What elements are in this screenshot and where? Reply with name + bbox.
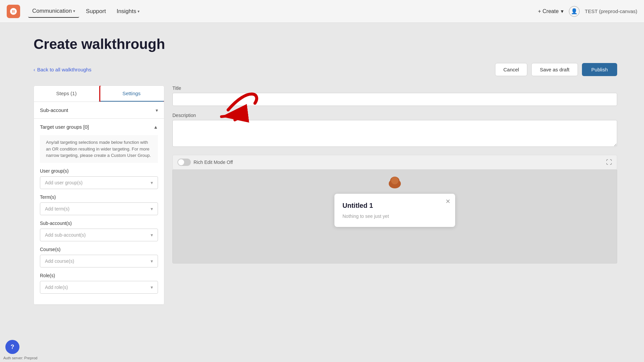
preview-area: Untitled 1 Nothing to see just yet ✕ bbox=[172, 170, 617, 263]
rich-edit-toggle-group: Rich Edit Mode Off bbox=[177, 159, 233, 166]
action-buttons: Cancel Save as draft Publish bbox=[495, 63, 617, 76]
sub-account-chevron-icon: ▾ bbox=[156, 108, 158, 113]
tabs-container: Steps (1) Settings bbox=[34, 85, 164, 102]
user-groups-chevron-icon: ▾ bbox=[151, 180, 153, 185]
target-groups-chevron-icon: ▲ bbox=[153, 124, 158, 130]
rich-edit-label: Rich Edit Mode Off bbox=[194, 160, 233, 165]
tab-steps[interactable]: Steps (1) bbox=[34, 86, 99, 102]
auth-label: Auth server: Preprod bbox=[3, 356, 38, 360]
target-groups-accordion: Target user groups [0] ▲ Any/all targeti… bbox=[34, 119, 164, 305]
roles-select[interactable]: Add role(s) ▾ bbox=[40, 281, 158, 294]
preview-card-close-icon[interactable]: ✕ bbox=[445, 198, 450, 205]
courses-chevron-icon: ▾ bbox=[151, 258, 153, 264]
sub-accounts-label: Sub-account(s) bbox=[40, 221, 158, 226]
publish-button[interactable]: Publish bbox=[582, 63, 617, 76]
user-groups-label: User group(s) bbox=[40, 168, 158, 174]
courses-filter: Course(s) Add course(s) ▾ bbox=[40, 247, 158, 267]
user-groups-filter: User group(s) Add user group(s) ▾ bbox=[40, 168, 158, 189]
tab-settings[interactable]: Settings bbox=[99, 86, 164, 102]
sub-account-accordion: Sub-account ▾ bbox=[34, 102, 164, 119]
right-panel: Title Description Rich Edit Mode Off ⛶ bbox=[172, 85, 617, 305]
courses-label: Course(s) bbox=[40, 247, 158, 252]
back-link[interactable]: ‹ Back to all walkthroughs bbox=[34, 67, 91, 72]
left-panel: Steps (1) Settings Sub-account ▾ bbox=[34, 85, 164, 305]
title-input[interactable] bbox=[172, 93, 617, 106]
preview-card-title: Untitled 1 bbox=[342, 202, 447, 209]
svg-point-2 bbox=[391, 177, 398, 184]
description-label: Description bbox=[172, 113, 617, 118]
courses-select[interactable]: Add course(s) ▾ bbox=[40, 255, 158, 267]
targeting-note: Any/all targeting selections made below … bbox=[40, 135, 158, 163]
preview-card-body: Nothing to see just yet bbox=[342, 214, 447, 219]
create-button[interactable]: + Create ▾ bbox=[538, 8, 564, 14]
nav-insights[interactable]: Insights ▾ bbox=[113, 5, 144, 17]
terms-filter: Term(s) Add term(s) ▾ bbox=[40, 194, 158, 215]
navbar: Communication ▾ Support Insights ▾ + Cre… bbox=[0, 0, 644, 23]
sub-accounts-select[interactable]: Add sub-account(s) ▾ bbox=[40, 229, 158, 241]
back-chevron-icon: ‹ bbox=[34, 67, 35, 72]
title-field: Title bbox=[172, 85, 617, 106]
app-logo[interactable] bbox=[7, 5, 20, 18]
settings-body: Sub-account ▾ Target user groups [0] ▲ A… bbox=[34, 102, 164, 305]
help-button[interactable]: ? bbox=[5, 340, 19, 354]
nav-communication[interactable]: Communication ▾ bbox=[28, 5, 79, 18]
top-bar: ‹ Back to all walkthroughs Cancel Save a… bbox=[34, 63, 617, 76]
terms-select[interactable]: Add term(s) ▾ bbox=[40, 202, 158, 215]
roles-label: Role(s) bbox=[40, 273, 158, 278]
user-groups-select[interactable]: Add user group(s) ▾ bbox=[40, 176, 158, 189]
description-input[interactable] bbox=[172, 120, 617, 147]
expand-icon[interactable]: ⛶ bbox=[606, 159, 612, 166]
nav-support[interactable]: Support bbox=[82, 5, 110, 17]
content-layout: Steps (1) Settings Sub-account ▾ bbox=[34, 85, 617, 305]
target-groups-expanded: Any/all targeting selections made below … bbox=[34, 135, 164, 304]
roles-chevron-icon: ▾ bbox=[151, 285, 153, 290]
save-draft-button[interactable]: Save as draft bbox=[531, 63, 578, 76]
sub-accounts-chevron-icon: ▾ bbox=[151, 232, 153, 238]
sub-account-header[interactable]: Sub-account ▾ bbox=[34, 102, 164, 118]
title-label: Title bbox=[172, 85, 617, 91]
communication-chevron-icon: ▾ bbox=[73, 9, 75, 13]
terms-label: Term(s) bbox=[40, 194, 158, 200]
tenant-label: TEST (preprod-canvas) bbox=[585, 8, 637, 14]
page-title: Create walkthrough bbox=[34, 36, 617, 52]
sub-accounts-filter: Sub-account(s) Add sub-account(s) ▾ bbox=[40, 221, 158, 241]
terms-chevron-icon: ▾ bbox=[151, 206, 153, 212]
main-content: Create walkthrough ‹ Back to all walkthr… bbox=[0, 23, 644, 362]
cancel-button[interactable]: Cancel bbox=[495, 63, 528, 76]
rich-edit-toggle[interactable] bbox=[177, 159, 191, 166]
user-avatar-icon[interactable]: 👤 bbox=[569, 6, 580, 17]
create-chevron-icon: ▾ bbox=[561, 8, 564, 14]
navbar-right: + Create ▾ 👤 TEST (preprod-canvas) bbox=[538, 6, 637, 17]
insights-chevron-icon: ▾ bbox=[138, 9, 140, 14]
mascot-icon bbox=[388, 175, 402, 190]
description-field: Description bbox=[172, 113, 617, 148]
rich-edit-bar: Rich Edit Mode Off ⛶ bbox=[172, 155, 617, 170]
preview-card: Untitled 1 Nothing to see just yet ✕ bbox=[334, 194, 455, 227]
target-groups-header[interactable]: Target user groups [0] ▲ bbox=[34, 119, 164, 135]
roles-filter: Role(s) Add role(s) ▾ bbox=[40, 273, 158, 294]
